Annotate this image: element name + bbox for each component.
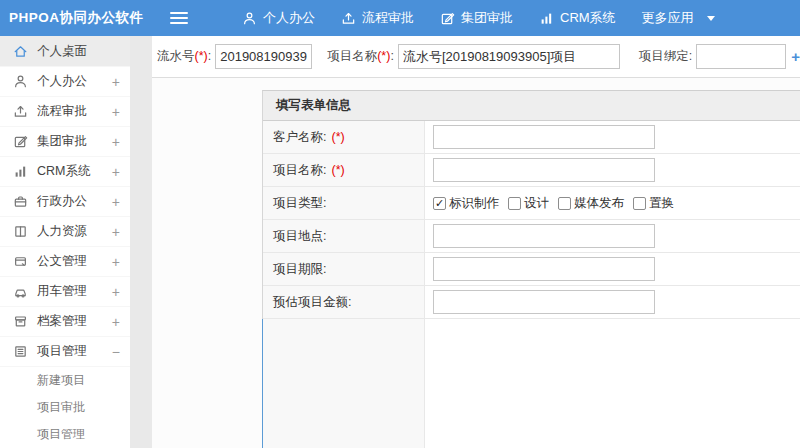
- checkbox-label: 媒体发布: [574, 195, 624, 212]
- nav-item-label: 流程审批: [362, 9, 414, 27]
- user-icon: [242, 11, 257, 26]
- project-location-input[interactable]: [433, 224, 655, 248]
- sidebar-subitem-project-manage[interactable]: 项目管理: [0, 421, 130, 448]
- hamburger-icon[interactable]: [170, 11, 190, 25]
- form-row-label: 项目地点:: [263, 220, 425, 252]
- sidebar-item-admin-office[interactable]: 行政办公+: [0, 187, 130, 217]
- nav-item-personal-office[interactable]: 个人办公: [242, 9, 315, 27]
- form-row-label: 预估项目金额:: [263, 286, 425, 318]
- form-row-project-location: 项目地点:: [263, 220, 800, 253]
- list-icon: [12, 344, 28, 360]
- checkbox-option-3[interactable]: 媒体发布: [558, 195, 624, 212]
- sidebar-item-label: 档案管理: [37, 313, 87, 330]
- form-row-label: 前期接洽甲方意见:: [263, 319, 425, 448]
- add-binding-button[interactable]: +: [791, 48, 800, 65]
- project-name-input[interactable]: [398, 44, 620, 69]
- required-mark: (*): [331, 163, 344, 177]
- form-row-value: [425, 154, 800, 186]
- book-icon: [12, 224, 28, 240]
- initial-opinion-textarea[interactable]: [425, 319, 800, 448]
- customer-name-input[interactable]: [433, 125, 655, 149]
- sidebar-item-label: 行政办公: [37, 193, 87, 210]
- sidebar-item-archive-mgmt[interactable]: 档案管理+: [0, 307, 130, 337]
- form-row-initial-opinion: 前期接洽甲方意见:: [262, 319, 800, 448]
- sidebar-item-group-approval[interactable]: 集团审批+: [0, 127, 130, 157]
- form-row-value: [425, 121, 800, 153]
- project-name-input[interactable]: [433, 158, 655, 182]
- sidebar-item-vehicle-mgmt[interactable]: 用车管理+: [0, 277, 130, 307]
- plus-icon[interactable]: +: [112, 285, 120, 299]
- upload-icon: [341, 11, 356, 26]
- nav-item-group-approval[interactable]: 集团审批: [440, 9, 513, 27]
- upload-icon: [12, 104, 28, 120]
- checkbox-unchecked-icon[interactable]: [633, 197, 646, 210]
- checkbox-checked-icon[interactable]: ✓: [433, 197, 446, 210]
- plus-icon[interactable]: +: [112, 135, 120, 149]
- sidebar-item-label: 公文管理: [37, 253, 87, 270]
- checkbox-option-2[interactable]: 设计: [508, 195, 549, 212]
- sidebar: 个人桌面个人办公+流程审批+集团审批+CRM系统+行政办公+人力资源+公文管理+…: [0, 36, 130, 448]
- sidebar-item-label: CRM系统: [37, 163, 90, 180]
- content-gutter: [130, 36, 152, 448]
- user-icon: [12, 74, 28, 90]
- sidebar-item-label: 用车管理: [37, 283, 87, 300]
- project-binding-label: 项目绑定:: [639, 48, 692, 65]
- sidebar-item-workflow-approval[interactable]: 流程审批+: [0, 97, 130, 127]
- plus-icon[interactable]: +: [112, 225, 120, 239]
- form-row-label: 项目类型:: [263, 187, 425, 219]
- nav-item-workflow-approval[interactable]: 流程审批: [341, 9, 414, 27]
- form-row-project-type: 项目类型:✓标识制作设计媒体发布置换: [263, 187, 800, 220]
- form-row-estimated-amount: 预估项目金额:: [263, 286, 800, 319]
- main-area: 流水号(*): 项目名称(*): 项目绑定: + 填写表单信息 客户名称:(*)…: [152, 36, 800, 448]
- app-logo: PHPOA协同办公软件: [0, 9, 152, 27]
- plus-icon[interactable]: +: [112, 165, 120, 179]
- form-row-label: 项目期限:: [263, 253, 425, 285]
- form-content: 填写表单信息 客户名称:(*)项目名称:(*)项目类型:✓标识制作设计媒体发布置…: [152, 78, 800, 448]
- nav-item-more-apps[interactable]: 更多应用: [642, 9, 715, 27]
- sidebar-item-personal-desktop[interactable]: 个人桌面: [0, 36, 130, 67]
- sidebar-item-document-mgmt[interactable]: 公文管理+: [0, 247, 130, 277]
- plus-icon[interactable]: +: [112, 255, 120, 269]
- chart-icon: [12, 164, 28, 180]
- sidebar-submenu: 新建项目项目审批项目管理: [0, 367, 130, 448]
- checkbox-label: 置换: [649, 195, 674, 212]
- serial-input[interactable]: [215, 44, 312, 69]
- project-period-input[interactable]: [433, 257, 655, 281]
- checkbox-option-1[interactable]: ✓标识制作: [433, 195, 499, 212]
- plus-icon[interactable]: +: [112, 75, 120, 89]
- checkbox-unchecked-icon[interactable]: [508, 197, 521, 210]
- sidebar-subitem-new-project[interactable]: 新建项目: [0, 367, 130, 394]
- app-window: PHPOA协同办公软件 个人办公流程审批集团审批CRM系统更多应用 个人桌面个人…: [0, 0, 800, 448]
- project-name-label: 项目名称(*):: [327, 48, 394, 65]
- caret-down-icon: [707, 16, 715, 21]
- nav-item-label: 更多应用: [642, 9, 694, 27]
- minus-icon[interactable]: −: [112, 345, 120, 359]
- nav-item-label: 个人办公: [263, 9, 315, 27]
- sidebar-item-human-resources[interactable]: 人力资源+: [0, 217, 130, 247]
- checkbox-unchecked-icon[interactable]: [558, 197, 571, 210]
- form-table: 填写表单信息 客户名称:(*)项目名称:(*)项目类型:✓标识制作设计媒体发布置…: [262, 90, 800, 448]
- edit-icon: [12, 134, 28, 150]
- sidebar-item-project-mgmt[interactable]: 项目管理−: [0, 337, 130, 367]
- project-binding-input[interactable]: [696, 44, 786, 69]
- sidebar-item-crm-system[interactable]: CRM系统+: [0, 157, 130, 187]
- nav-item-crm-system[interactable]: CRM系统: [539, 9, 616, 27]
- top-navbar: PHPOA协同办公软件 个人办公流程审批集团审批CRM系统更多应用: [0, 0, 800, 36]
- plus-icon[interactable]: +: [112, 315, 120, 329]
- sidebar-item-label: 个人桌面: [37, 43, 87, 60]
- document-icon: [12, 254, 28, 270]
- form-row-value: ✓标识制作设计媒体发布置换: [425, 187, 800, 219]
- form-row-value: [425, 286, 800, 318]
- form-section-title: 填写表单信息: [263, 91, 800, 121]
- plus-icon[interactable]: +: [112, 105, 120, 119]
- sidebar-subitem-project-approval[interactable]: 项目审批: [0, 394, 130, 421]
- form-row-project-name: 项目名称:(*): [263, 154, 800, 187]
- checkbox-option-4[interactable]: 置换: [633, 195, 674, 212]
- sidebar-item-personal-office[interactable]: 个人办公+: [0, 67, 130, 97]
- estimated-amount-input[interactable]: [433, 290, 655, 314]
- form-row-value: [425, 253, 800, 285]
- sidebar-item-label: 流程审批: [37, 103, 87, 120]
- plus-icon[interactable]: +: [112, 195, 120, 209]
- serial-label: 流水号(*):: [157, 48, 211, 65]
- form-row-customer-name: 客户名称:(*): [263, 121, 800, 154]
